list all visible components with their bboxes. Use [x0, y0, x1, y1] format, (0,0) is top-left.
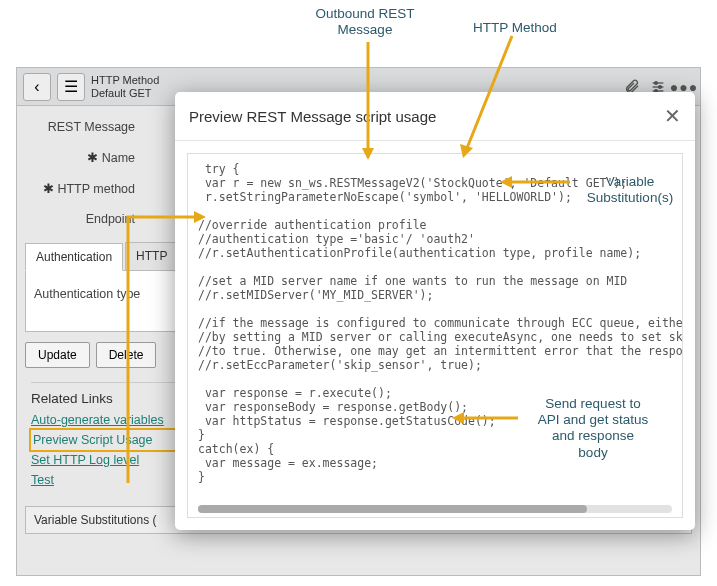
svg-marker-8	[194, 211, 206, 223]
svg-marker-1	[362, 148, 374, 160]
update-button[interactable]: Update	[25, 342, 90, 368]
annotation-send-req: Send request toAPI and get statusand res…	[518, 396, 668, 461]
svg-marker-3	[460, 144, 473, 158]
close-icon[interactable]: ✕	[664, 104, 681, 128]
modal-title: Preview REST Message script usage	[189, 108, 436, 125]
menu-button[interactable]: ☰	[57, 73, 85, 101]
arrow-send-req	[450, 408, 525, 432]
http-method-label: ✱ HTTP method	[25, 181, 135, 196]
back-button[interactable]: ‹	[23, 73, 51, 101]
script-code[interactable]: try { var r = new sn_ws.RESTMessageV2('S…	[187, 153, 683, 518]
horizontal-scrollbar[interactable]	[198, 505, 672, 513]
modal-header: Preview REST Message script usage ✕	[175, 92, 695, 141]
rest-message-label: REST Message	[25, 120, 135, 134]
scrollbar-thumb[interactable]	[198, 505, 587, 513]
svg-marker-5	[500, 176, 512, 188]
annotation-outbound: Outbound RESTMessage	[290, 6, 440, 38]
annotation-http-method: HTTP Method	[460, 20, 570, 36]
arrow-http-method	[457, 36, 527, 164]
endpoint-label: Endpoint	[25, 212, 135, 226]
header-title-sub: Default GET	[91, 87, 159, 99]
svg-point-13	[659, 85, 662, 88]
tab-authentication[interactable]: Authentication	[25, 243, 123, 271]
header-title: HTTP Method Default GET	[91, 74, 159, 98]
svg-line-2	[467, 36, 512, 148]
chevron-left-icon: ‹	[34, 78, 39, 96]
arrow-outbound	[360, 42, 390, 166]
arrow-var-sub	[498, 172, 578, 196]
annotation-var-sub: VariableSubstitution(s)	[570, 174, 690, 206]
preview-script-modal: Preview REST Message script usage ✕ try …	[175, 92, 695, 530]
hamburger-icon: ☰	[64, 77, 78, 96]
name-label: ✱ Name	[25, 150, 135, 165]
svg-point-12	[655, 81, 658, 84]
header-title-top: HTTP Method	[91, 74, 159, 86]
arrow-preview-link	[124, 207, 214, 491]
svg-marker-7	[452, 412, 464, 424]
